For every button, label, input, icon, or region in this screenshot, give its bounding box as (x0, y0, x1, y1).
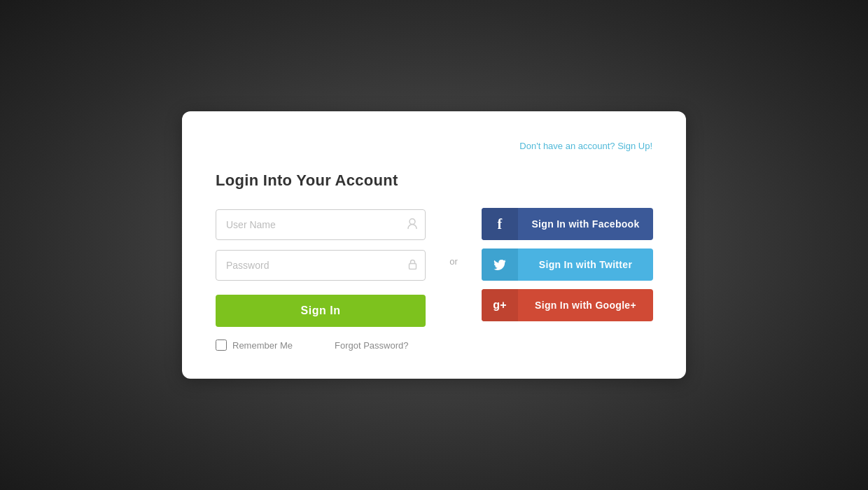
facebook-signin-label: Sign In with Facebook (518, 218, 653, 230)
google-icon: g+ (482, 289, 518, 321)
username-group (216, 209, 426, 240)
twitter-signin-label: Sign In with Twitter (518, 259, 653, 270)
lock-icon (408, 259, 417, 272)
forgot-password-link[interactable]: Forgot Password? (335, 340, 409, 351)
right-column: f Sign In with Facebook Sign In with Twi… (482, 172, 653, 321)
password-group (216, 250, 426, 281)
signup-link-row: Don't have an account? Sign Up! (216, 139, 652, 152)
facebook-signin-button[interactable]: f Sign In with Facebook (482, 208, 653, 240)
signup-link[interactable]: Don't have an account? Sign Up! (519, 141, 652, 151)
password-input[interactable] (216, 250, 426, 281)
svg-point-0 (410, 219, 415, 225)
page-title: Login Into Your Account (216, 172, 426, 190)
remember-me-text: Remember Me (232, 340, 293, 351)
svg-rect-1 (410, 264, 416, 270)
login-card: Don't have an account? Sign Up! Login In… (182, 111, 686, 379)
google-signin-label: Sign In with Google+ (518, 300, 653, 311)
remember-me-label: Remember Me (216, 340, 293, 351)
user-icon (407, 218, 417, 232)
username-input[interactable] (216, 209, 426, 240)
bottom-row: Remember Me Forgot Password? (216, 340, 426, 351)
google-signin-button[interactable]: g+ Sign In with Google+ (482, 289, 653, 321)
remember-me-checkbox[interactable] (216, 340, 227, 351)
twitter-signin-button[interactable]: Sign In with Twitter (482, 248, 653, 281)
left-column: Login Into Your Account (216, 172, 426, 351)
facebook-icon: f (482, 208, 518, 240)
signin-button[interactable]: Sign In (216, 295, 426, 327)
card-body: Login Into Your Account (216, 172, 652, 351)
twitter-icon (482, 248, 518, 281)
or-label: or (447, 252, 461, 271)
